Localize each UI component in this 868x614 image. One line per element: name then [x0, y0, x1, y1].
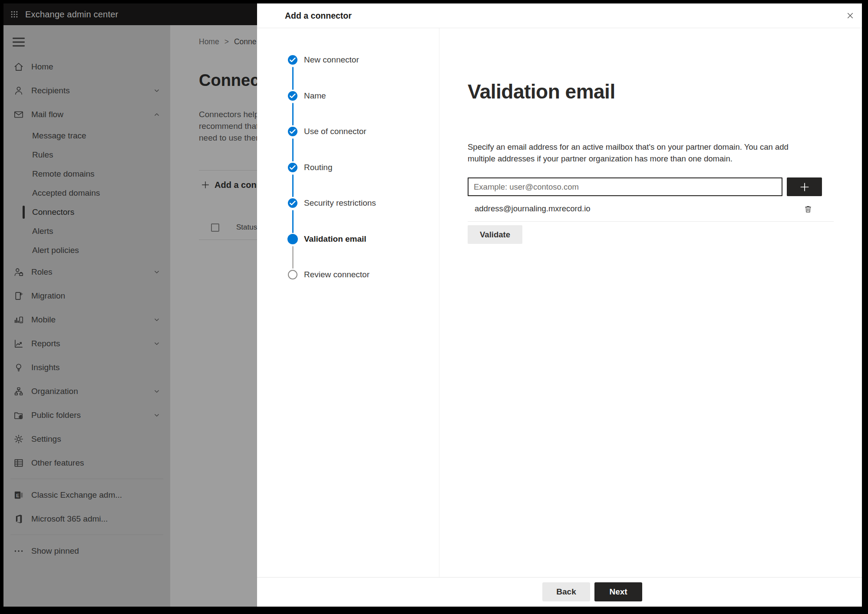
panel-title: Add a connector [285, 3, 352, 28]
step-current-circle-icon [287, 234, 298, 244]
step-connector-line [292, 210, 294, 233]
screenshot-frame: Exchange admin center HomeRecipientsMail… [0, 0, 868, 614]
step-check-circle-icon [288, 55, 297, 65]
trash-icon [803, 204, 813, 214]
wizard-step-use-of-connector[interactable]: Use of connector [257, 126, 439, 138]
step-connector-line [292, 103, 294, 126]
step-description: Specify an email address for an active m… [468, 141, 828, 164]
wizard-steps: New connectorNameUse of connectorRouting… [257, 28, 439, 577]
wizard-step-review-connector[interactable]: Review connector [257, 269, 439, 281]
step-circle-icon [288, 270, 297, 279]
plus-icon [799, 181, 810, 193]
next-button[interactable]: Next [594, 582, 642, 601]
wizard-step-routing[interactable]: Routing [257, 162, 439, 174]
divider [468, 221, 834, 222]
add-connector-panel: Add a connector New connectorNameUse of … [257, 3, 862, 607]
wizard-step-security-restrictions[interactable]: Security restrictions [257, 197, 439, 210]
validation-email-input[interactable] [468, 177, 782, 196]
step-check-circle-icon [288, 163, 297, 172]
dim-overlay[interactable] [3, 3, 257, 607]
step-label: Validation email [304, 233, 366, 245]
step-label: Use of connector [304, 126, 366, 137]
step-label: Routing [304, 162, 333, 173]
wizard-step-name[interactable]: Name [257, 90, 439, 102]
step-label: Name [304, 90, 326, 102]
step-check-circle-icon [288, 198, 297, 208]
step-connector-line [292, 138, 294, 161]
app-window: Exchange admin center HomeRecipientsMail… [3, 3, 862, 607]
step-label: Security restrictions [304, 197, 376, 209]
address-row: address@journaling.mxrecord.io [468, 200, 834, 218]
delete-address-button[interactable] [801, 203, 815, 216]
step-heading: Validation email [468, 79, 615, 104]
step-label: Review connector [304, 269, 370, 280]
step-check-circle-icon [288, 127, 297, 136]
add-address-button[interactable] [787, 177, 822, 196]
address-value: address@journaling.mxrecord.io [475, 204, 591, 213]
step-connector-line [292, 246, 294, 269]
back-button[interactable]: Back [542, 582, 590, 601]
step-label: New connector [304, 54, 359, 66]
step-check-circle-icon [288, 91, 297, 101]
divider [257, 577, 862, 578]
address-list: address@journaling.mxrecord.io [468, 200, 834, 218]
panel-header: Add a connector [257, 3, 862, 28]
validate-button[interactable]: Validate [468, 225, 522, 244]
wizard-step-validation-email[interactable]: Validation email [257, 233, 439, 246]
wizard-step-new-connector[interactable]: New connector [257, 54, 439, 66]
close-icon[interactable] [842, 8, 858, 23]
step-connector-line [292, 67, 294, 90]
step-connector-line [292, 174, 294, 197]
